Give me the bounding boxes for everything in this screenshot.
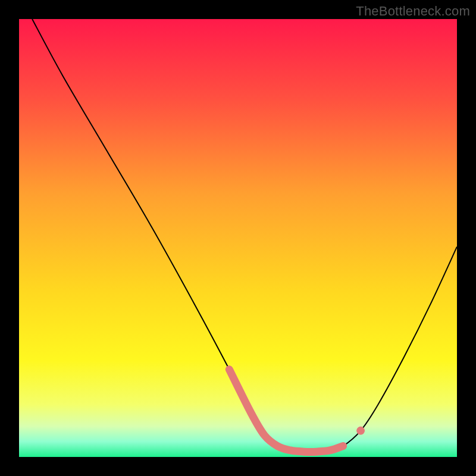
bottleneck-chart (19, 19, 457, 457)
chart-stage: TheBottleneck.com (0, 0, 476, 476)
watermark-label: TheBottleneck.com (356, 4, 470, 19)
marker-dot (356, 427, 365, 435)
plot-area (19, 19, 457, 457)
